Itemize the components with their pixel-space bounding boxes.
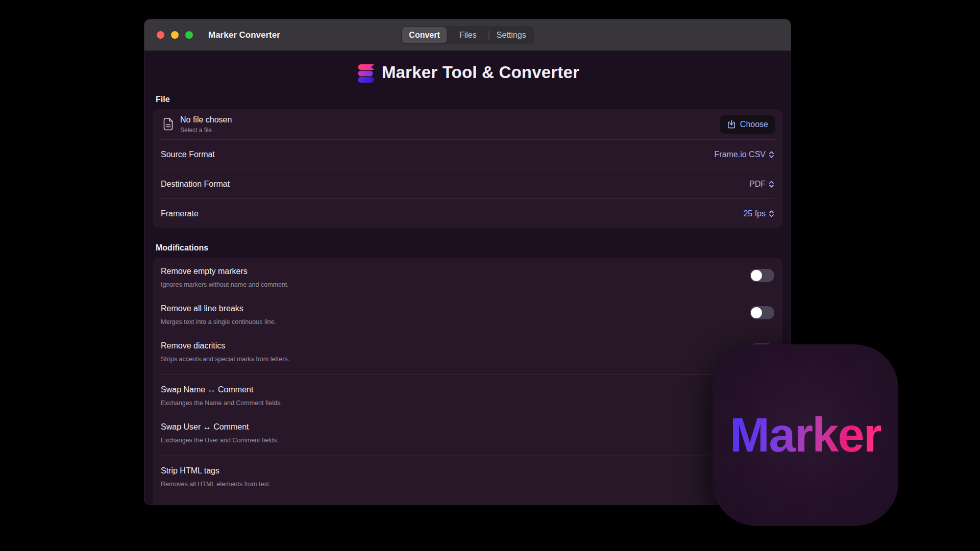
source-format-select[interactable]: Frame.io CSV bbox=[715, 150, 774, 159]
mod-row-transliterate-cyrillic: Transliterate Cyrillic Converts Cyrillic… bbox=[153, 496, 782, 505]
marker-logo-icon bbox=[356, 62, 376, 83]
mod-row-remove-empty-markers: Remove empty markers Ignores markers wit… bbox=[153, 260, 782, 297]
mod-texts: Remove empty markers Ignores markers wit… bbox=[161, 266, 750, 289]
minimize-window-button[interactable] bbox=[171, 31, 179, 39]
titlebar: Marker Converter Convert Files Settings bbox=[144, 19, 791, 51]
framerate-select[interactable]: 25 fps bbox=[743, 209, 774, 218]
import-file-icon bbox=[727, 119, 736, 129]
mod-texts: Swap Name ↔ Comment Exchanges the Name a… bbox=[161, 384, 774, 407]
group-divider bbox=[160, 374, 775, 375]
mod-description: Removes all HTML elements from text. bbox=[161, 480, 774, 488]
tab-files[interactable]: Files bbox=[447, 27, 489, 43]
chevron-up-down-icon bbox=[769, 151, 774, 159]
zoom-window-button[interactable] bbox=[185, 31, 193, 39]
mod-title: Remove diacritics bbox=[161, 340, 750, 352]
app-window: Marker Converter Convert Files Settings bbox=[144, 19, 791, 505]
framerate-label: Framerate bbox=[161, 209, 199, 218]
mod-title: Transliterate Cyrillic bbox=[161, 503, 774, 505]
mod-texts: Transliterate Cyrillic Converts Cyrillic… bbox=[161, 503, 774, 505]
mod-row-strip-html: Strip HTML tags Removes all HTML element… bbox=[153, 459, 782, 496]
toggle-knob bbox=[751, 307, 762, 318]
mod-row-swap-user-comment: Swap User ↔ Comment Exchanges the User a… bbox=[153, 415, 782, 453]
mod-title: Swap Name ↔ Comment bbox=[161, 384, 774, 395]
tab-bar: Convert Files Settings bbox=[401, 26, 534, 44]
page-header: Marker Tool & Converter bbox=[153, 51, 782, 95]
page-title: Marker Tool & Converter bbox=[382, 63, 579, 82]
destination-format-row: Destination Format PDF bbox=[153, 169, 782, 198]
convert-page: Marker Tool & Converter File No file cho… bbox=[144, 51, 791, 505]
source-format-label: Source Format bbox=[161, 150, 215, 159]
file-hint-label: Select a file bbox=[180, 127, 720, 134]
file-texts: No file chosen Select a file bbox=[180, 115, 720, 134]
mod-texts: Remove all line breaks Merges text into … bbox=[161, 303, 750, 326]
mod-texts: Strip HTML tags Removes all HTML element… bbox=[161, 465, 774, 488]
framerate-value: 25 fps bbox=[743, 209, 766, 218]
choose-file-button[interactable]: Choose bbox=[720, 115, 775, 134]
file-card: No file chosen Select a file Choose bbox=[153, 109, 782, 228]
destination-format-label: Destination Format bbox=[161, 180, 230, 189]
mod-description: Exchanges the User and Comment fields. bbox=[161, 436, 774, 444]
toggle-knob bbox=[751, 270, 762, 281]
mod-description: Ignores markers without name and comment… bbox=[161, 281, 750, 289]
chevron-up-down-icon bbox=[769, 210, 774, 218]
traffic-lights bbox=[157, 31, 193, 39]
choose-file-label: Choose bbox=[740, 120, 768, 129]
modifications-card: Remove empty markers Ignores markers wit… bbox=[153, 258, 782, 505]
marker-app-icon: Marker bbox=[713, 344, 898, 526]
framerate-row: Framerate 25 fps bbox=[153, 199, 782, 228]
mod-title: Remove empty markers bbox=[161, 266, 750, 277]
tab-convert[interactable]: Convert bbox=[402, 27, 447, 43]
mod-texts: Remove diacritics Strips accents and spe… bbox=[161, 340, 750, 363]
mod-row-swap-name-comment: Swap Name ↔ Comment Exchanges the Name a… bbox=[153, 378, 782, 415]
marker-app-icon-wordmark: Marker bbox=[730, 408, 881, 463]
file-chosen-label: No file chosen bbox=[180, 115, 720, 125]
destination-format-select[interactable]: PDF bbox=[749, 180, 774, 189]
destination-format-value: PDF bbox=[749, 180, 766, 189]
modifications-section-label: Modifications bbox=[156, 243, 782, 253]
window-title: Marker Converter bbox=[208, 30, 280, 40]
mod-title: Swap User ↔ Comment bbox=[161, 421, 774, 433]
tab-settings[interactable]: Settings bbox=[489, 27, 533, 43]
group-divider bbox=[160, 456, 775, 456]
mod-description: Exchanges the Name and Comment fields. bbox=[161, 399, 774, 407]
document-icon bbox=[163, 117, 174, 131]
source-format-value: Frame.io CSV bbox=[715, 150, 766, 159]
file-picker-row[interactable]: No file chosen Select a file Choose bbox=[153, 109, 782, 139]
mod-description: Merges text into a single continuous lin… bbox=[161, 318, 750, 326]
file-section-label: File bbox=[156, 95, 782, 104]
remove-line-breaks-toggle[interactable] bbox=[750, 306, 774, 319]
mod-texts: Swap User ↔ Comment Exchanges the User a… bbox=[161, 421, 774, 444]
source-format-row: Source Format Frame.io CSV bbox=[153, 140, 782, 169]
mod-title: Remove all line breaks bbox=[161, 303, 750, 314]
mod-row-remove-diacritics: Remove diacritics Strips accents and spe… bbox=[153, 334, 782, 371]
chevron-up-down-icon bbox=[769, 180, 774, 188]
mod-row-remove-line-breaks: Remove all line breaks Merges text into … bbox=[153, 297, 782, 334]
mod-description: Strips accents and special marks from le… bbox=[161, 355, 750, 363]
mod-title: Strip HTML tags bbox=[161, 465, 774, 477]
remove-empty-markers-toggle[interactable] bbox=[750, 269, 774, 282]
close-window-button[interactable] bbox=[157, 31, 164, 39]
